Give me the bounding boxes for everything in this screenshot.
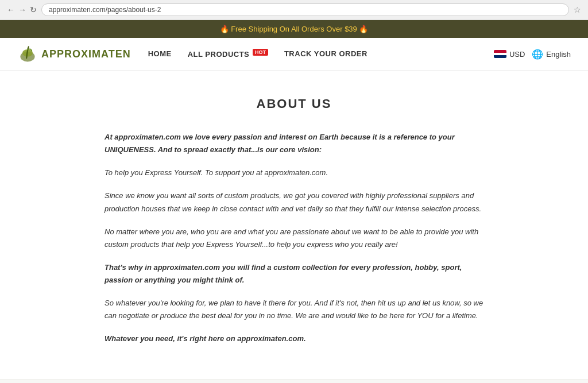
- browser-bar: ← → ↻ approximaten.com/pages/about-us-2 …: [0, 0, 588, 20]
- nav-link-home[interactable]: HOME: [148, 49, 172, 58]
- about-para-7: Whatever you need, it's right here on ap…: [105, 332, 483, 345]
- nav-link-track[interactable]: TRACK YOUR ORDER: [284, 49, 368, 58]
- back-icon[interactable]: ←: [7, 5, 15, 14]
- globe-icon: 🌐: [532, 49, 543, 60]
- language-label: English: [546, 50, 571, 59]
- footer: ABOUT ABOUT US CONTACT US FAQS TRACK YOU…: [0, 380, 588, 383]
- url-text: approximaten.com/pages/about-us-2: [49, 6, 161, 14]
- navbar: APPROXIMATEN HOME All PRODUCTS HOT TRACK…: [0, 38, 588, 71]
- page-title: ABOUT US: [105, 94, 483, 114]
- nav-item-home[interactable]: HOME: [148, 49, 172, 58]
- logo-text: APPROXIMATEN: [41, 48, 131, 60]
- currency-selector[interactable]: USD: [494, 50, 525, 59]
- about-para-2: To help you Express Yourself. To support…: [105, 167, 483, 179]
- address-bar[interactable]: approximaten.com/pages/about-us-2: [41, 3, 569, 16]
- banner-text: 🔥 Free Shipping On All Orders Over $39 🔥: [220, 25, 369, 33]
- main-content: ABOUT US At approximaten.com we love eve…: [93, 94, 495, 345]
- bookmark-icon[interactable]: ☆: [574, 5, 581, 14]
- reload-icon[interactable]: ↻: [30, 5, 37, 14]
- navbar-right: USD 🌐 English: [494, 49, 571, 60]
- logo-icon: [17, 44, 38, 64]
- us-flag-icon: [494, 50, 506, 58]
- navbar-left: APPROXIMATEN HOME All PRODUCTS HOT TRACK…: [17, 44, 368, 64]
- forward-icon[interactable]: →: [18, 5, 26, 14]
- nav-item-products[interactable]: All PRODUCTS HOT: [188, 49, 268, 59]
- language-selector[interactable]: 🌐 English: [532, 49, 571, 60]
- browser-controls[interactable]: ← → ↻: [7, 5, 37, 14]
- nav-link-products[interactable]: All PRODUCTS: [188, 50, 250, 59]
- about-para-5: That's why in approximaten.com you will …: [105, 261, 483, 287]
- about-para-3: Since we know you want all sorts of cust…: [105, 189, 483, 215]
- nav-links: HOME All PRODUCTS HOT TRACK YOUR ORDER: [148, 49, 368, 59]
- top-banner: 🔥 Free Shipping On All Orders Over $39 🔥: [0, 20, 588, 38]
- currency-label: USD: [509, 50, 525, 59]
- about-para-6: So whatever you're looking for, we plan …: [105, 297, 483, 322]
- about-para-4: No matter where you are, who you are and…: [105, 226, 483, 251]
- logo[interactable]: APPROXIMATEN: [17, 44, 131, 64]
- nav-item-track[interactable]: TRACK YOUR ORDER: [284, 49, 368, 58]
- hot-badge: HOT: [253, 49, 268, 56]
- about-para-1: At approximaten.com we love every passio…: [105, 131, 483, 156]
- about-text: At approximaten.com we love every passio…: [105, 131, 483, 345]
